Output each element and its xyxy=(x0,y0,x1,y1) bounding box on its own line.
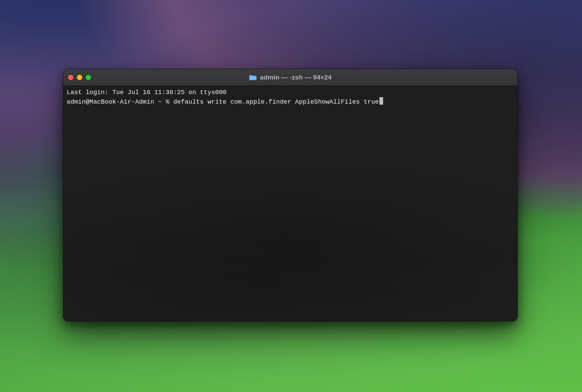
zoom-button[interactable] xyxy=(86,75,91,80)
traffic-lights xyxy=(68,75,91,80)
terminal-window[interactable]: admin — -zsh — 94×24 Last login: Tue Jul… xyxy=(63,69,517,321)
prompt: admin@MacBook-Air-Admin ~ % xyxy=(67,99,173,106)
close-button[interactable] xyxy=(68,75,73,80)
window-title: admin — -zsh — 94×24 xyxy=(260,74,331,81)
window-title-wrap: admin — -zsh — 94×24 xyxy=(63,74,517,81)
folder-icon xyxy=(249,74,257,81)
minimize-button[interactable] xyxy=(77,75,82,80)
last-login-line: Last login: Tue Jul 16 11:38:25 on ttys0… xyxy=(67,89,226,96)
titlebar[interactable]: admin — -zsh — 94×24 xyxy=(63,69,517,86)
desktop-wallpaper: admin — -zsh — 94×24 Last login: Tue Jul… xyxy=(0,0,582,392)
cursor-block xyxy=(379,97,383,105)
terminal-body[interactable]: Last login: Tue Jul 16 11:38:25 on ttys0… xyxy=(63,86,517,321)
terminal-output: Last login: Tue Jul 16 11:38:25 on ttys0… xyxy=(67,88,514,107)
command-text: defaults write com.apple.finder AppleSho… xyxy=(173,99,379,106)
